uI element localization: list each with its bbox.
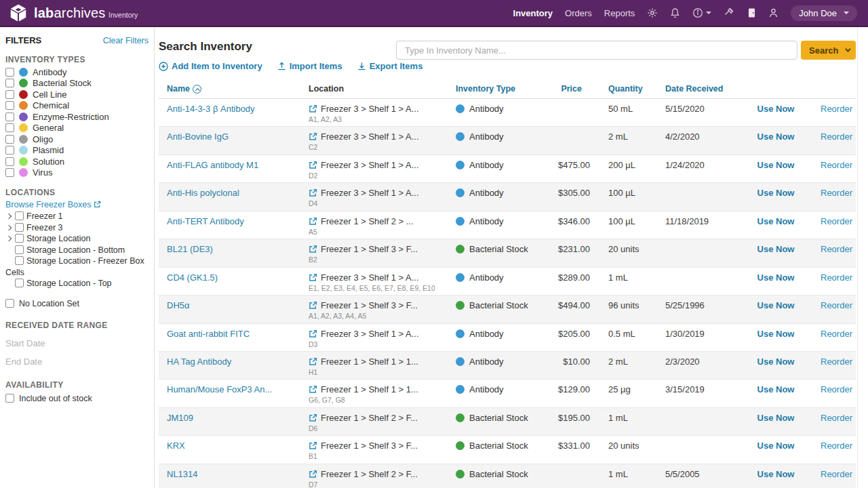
- external-link-icon[interactable]: [309, 273, 317, 282]
- col-header-inventory-type[interactable]: Inventory Type: [456, 84, 515, 94]
- gavel-icon[interactable]: [724, 7, 735, 18]
- use-now-link[interactable]: Use Now: [757, 104, 795, 114]
- external-link-icon[interactable]: [309, 329, 317, 338]
- use-now-link[interactable]: Use Now: [757, 329, 795, 339]
- inventory-type-checkbox[interactable]: [5, 123, 14, 132]
- user-menu[interactable]: John Doe: [791, 5, 857, 21]
- inventory-type-checkbox[interactable]: [5, 135, 14, 144]
- external-link-icon[interactable]: [309, 413, 317, 422]
- use-now-link[interactable]: Use Now: [757, 244, 795, 254]
- use-now-link[interactable]: Use Now: [757, 469, 795, 479]
- door-icon[interactable]: [747, 7, 756, 18]
- external-link-icon[interactable]: [309, 245, 317, 253]
- reorder-link[interactable]: Reorder: [821, 160, 852, 170]
- item-name-link[interactable]: NL1314: [167, 469, 198, 479]
- external-link-icon[interactable]: [309, 441, 317, 450]
- use-now-link[interactable]: Use Now: [757, 384, 795, 394]
- nav-orders[interactable]: Orders: [565, 8, 592, 18]
- search-button[interactable]: Search: [801, 41, 856, 60]
- reorder-link[interactable]: Reorder: [821, 413, 852, 423]
- reorder-link[interactable]: Reorder: [821, 131, 852, 142]
- start-date-input[interactable]: [5, 338, 107, 348]
- item-name-link[interactable]: DH5α: [167, 300, 190, 310]
- location-checkbox[interactable]: [15, 211, 24, 220]
- inventory-type-checkbox[interactable]: [5, 68, 14, 77]
- user-icon[interactable]: [768, 7, 778, 18]
- export-items-link[interactable]: Export Items: [357, 61, 423, 71]
- reorder-link[interactable]: Reorder: [821, 244, 852, 254]
- location-checkbox[interactable]: [15, 245, 24, 254]
- inventory-type-checkbox[interactable]: [5, 113, 14, 121]
- reorder-link[interactable]: Reorder: [821, 188, 852, 198]
- sort-icon[interactable]: [193, 85, 201, 94]
- reorder-link[interactable]: Reorder: [821, 384, 852, 394]
- use-now-link[interactable]: Use Now: [757, 441, 795, 451]
- use-now-link[interactable]: Use Now: [757, 413, 795, 423]
- col-header-name[interactable]: Name: [167, 84, 201, 94]
- browse-freezer-boxes-link[interactable]: Browse Freezer Boxes: [5, 200, 101, 209]
- inventory-type-checkbox[interactable]: [5, 157, 14, 166]
- reorder-link[interactable]: Reorder: [821, 300, 852, 310]
- item-name-link[interactable]: Anti-His polyclonal: [167, 188, 239, 198]
- labarchives-logo[interactable]: labarchives Inventory: [0, 3, 138, 23]
- item-name-link[interactable]: Anti-TERT Antibody: [167, 216, 244, 226]
- reorder-link[interactable]: Reorder: [821, 329, 852, 339]
- reorder-link[interactable]: Reorder: [821, 104, 852, 114]
- external-link-icon[interactable]: [309, 188, 317, 197]
- inventory-type-checkbox[interactable]: [5, 168, 14, 177]
- item-name-link[interactable]: CD4 (GK1.5): [167, 272, 218, 283]
- chevron-right-icon[interactable]: [5, 233, 15, 245]
- use-now-link[interactable]: Use Now: [757, 131, 795, 142]
- import-items-link[interactable]: Import Items: [277, 61, 342, 71]
- chevron-right-icon[interactable]: [5, 222, 15, 234]
- search-input[interactable]: [396, 41, 797, 60]
- reorder-link[interactable]: Reorder: [821, 469, 852, 479]
- use-now-link[interactable]: Use Now: [757, 357, 795, 367]
- reorder-link[interactable]: Reorder: [821, 441, 852, 451]
- item-name-link[interactable]: Anti-14-3-3 β Antibody: [167, 104, 255, 114]
- include-out-of-stock-checkbox[interactable]: [5, 394, 14, 403]
- chevron-right-icon[interactable]: [5, 211, 15, 222]
- item-name-link[interactable]: Anti-Bovine IgG: [167, 131, 229, 142]
- external-link-icon[interactable]: [309, 104, 317, 113]
- gear-icon[interactable]: [647, 7, 658, 18]
- item-name-link[interactable]: Anti-FLAG antibody M1: [167, 160, 258, 170]
- col-header-quantity[interactable]: Quantity: [608, 84, 643, 94]
- item-name-link[interactable]: BL21 (DE3): [167, 244, 213, 254]
- nav-inventory[interactable]: Inventory: [513, 8, 553, 18]
- external-link-icon[interactable]: [309, 301, 317, 310]
- item-name-link[interactable]: JM109: [167, 413, 193, 423]
- location-checkbox[interactable]: [15, 234, 24, 243]
- inventory-type-checkbox[interactable]: [5, 146, 14, 155]
- inventory-type-checkbox[interactable]: [5, 90, 14, 99]
- clear-filters-link[interactable]: Clear Filters: [103, 36, 149, 45]
- external-link-icon[interactable]: [309, 217, 317, 226]
- reorder-link[interactable]: Reorder: [821, 216, 852, 226]
- nav-reports[interactable]: Reports: [604, 8, 635, 18]
- use-now-link[interactable]: Use Now: [757, 160, 795, 170]
- col-header-price[interactable]: Price: [536, 84, 590, 94]
- location-checkbox[interactable]: [15, 279, 24, 287]
- use-now-link[interactable]: Use Now: [757, 216, 795, 226]
- use-now-link[interactable]: Use Now: [757, 272, 795, 283]
- item-name-link[interactable]: Goat anti-rabbit FITC: [167, 329, 250, 339]
- location-checkbox[interactable]: [15, 223, 24, 232]
- location-checkbox[interactable]: [15, 256, 24, 265]
- reorder-link[interactable]: Reorder: [821, 272, 852, 283]
- reorder-link[interactable]: Reorder: [821, 357, 852, 367]
- inventory-type-checkbox[interactable]: [5, 79, 14, 87]
- external-link-icon[interactable]: [309, 132, 317, 141]
- col-header-date-received[interactable]: Date Received: [665, 84, 723, 94]
- end-date-input[interactable]: [5, 357, 107, 367]
- item-name-link[interactable]: Human/Mouse FoxP3 An...: [167, 384, 272, 394]
- use-now-link[interactable]: Use Now: [757, 188, 795, 198]
- external-link-icon[interactable]: [309, 385, 317, 394]
- add-item-link[interactable]: Add Item to Inventory: [159, 61, 262, 71]
- external-link-icon[interactable]: [309, 161, 317, 169]
- external-link-icon[interactable]: [309, 470, 317, 479]
- inventory-type-checkbox[interactable]: [5, 101, 14, 110]
- item-name-link[interactable]: KRX: [167, 441, 185, 451]
- bell-icon[interactable]: [670, 7, 680, 18]
- info-icon[interactable]: [692, 7, 711, 18]
- item-name-link[interactable]: HA Tag Antibody: [167, 357, 231, 367]
